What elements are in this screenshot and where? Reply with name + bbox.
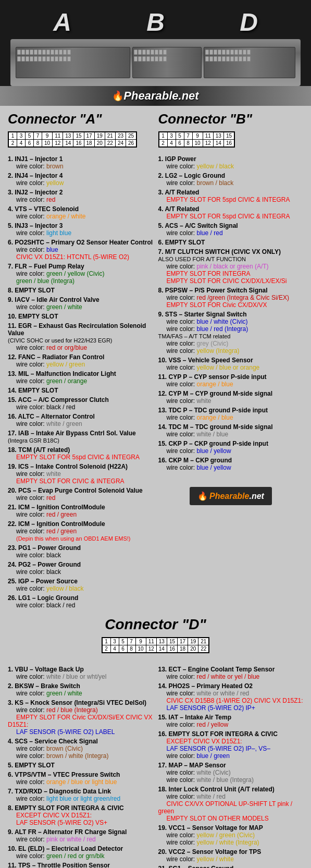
list-item: 9. STS – Starter Signal Switch wire colo…: [158, 311, 304, 354]
list-item: 6. EMPTY SLOT: [158, 239, 304, 246]
list-item: 7. M/T CLUTCH SWITCH (CIVIC VX ONLY) ALS…: [158, 248, 304, 285]
list-item: 5. INJ3 – Injector 3 wire color: light b…: [8, 222, 153, 237]
list-item: 20. PCS – Evap Purge Control Solenoid Va…: [8, 487, 153, 502]
list-item: 8. EMPTY SLOT: [8, 287, 153, 294]
list-item: 10. EMPTY SLOT: [8, 313, 153, 320]
ecu-connector-b: [132, 47, 202, 78]
list-item: 20. VCC2 – Sensor Voltage for TPS wire c…: [158, 848, 304, 863]
list-item: 3. INJ2 – Injector 2 wire color: red: [8, 189, 153, 203]
list-item: 10. EL (ELD) – Electrical Load Detector …: [8, 845, 153, 860]
list-item: 18. TCM (A/T related) EMPTY SLOT FOR 5sp…: [8, 446, 153, 461]
list-item: 5. ACS – A/C Switch Signal wire color: b…: [158, 222, 304, 237]
list-item: 4. SCS – Service Check Signal wire color…: [8, 738, 153, 760]
list-item: 17. IAB – Intake Air Bypass Cntrl Sol. V…: [8, 430, 153, 444]
ecu-connectors: [10, 43, 301, 82]
ecu-image: [10, 39, 301, 86]
list-item: 15. ACC – A/C Compressor Clutch wire col…: [8, 396, 153, 411]
label-b: B: [146, 8, 165, 36]
list-item: 1. VBU – Voltage Back Up wire color: whi…: [8, 666, 153, 680]
connector-d-pin-grid: 13579111315171921 246810121416182022: [8, 637, 303, 659]
list-item: 22. ICM – Ignition ControlModule wire co…: [8, 520, 153, 542]
connector-d-title: Connector "D": [8, 616, 303, 633]
list-item: 23. PG1 – Power Ground wire color: black: [8, 544, 153, 559]
list-item: 16. ALTC – Alternator Control wire color…: [8, 413, 153, 427]
connector-b-items: 1. IGP Power wire color: yellow / black …: [158, 155, 304, 505]
connector-b-pin-grid: 13579111315 246810121416: [158, 131, 235, 148]
connector-d-right: 13. ECT – Engine Coolant Temp Sensor wir…: [158, 666, 304, 868]
connectors-ab: Connector "A" 135791113151719212325 2468…: [8, 111, 303, 611]
list-item: 16. EMPTY SLOT FOR INTEGRA & CIVIC EXCEP…: [158, 730, 304, 760]
list-item: 21. ICM – Ignition ControlModule wire co…: [8, 504, 153, 518]
list-item: 8. PSPSW – P/S Power Switch Signal wire …: [158, 287, 304, 309]
list-item: 12. FANC – Radiator Fan Control wire col…: [8, 353, 153, 368]
list-item: 5. EMPTY SLOT: [8, 762, 153, 769]
list-item: 19. VCC1 – Sensor Voltage for MAP wire c…: [158, 824, 304, 846]
list-item: 14. EMPTY SLOT: [8, 387, 153, 394]
connector-a-section: Connector "A" 135791113151719212325 2468…: [8, 111, 153, 611]
connector-a-pin-grid: 135791113151719212325 246810121416182022…: [8, 131, 137, 148]
list-item: 11. EGR – Exhaust Gas Recirculation Sole…: [8, 322, 153, 351]
logo-bar: 🔥 Phearable.net: [0, 86, 311, 106]
main-content: Connector "A" 135791113151719212325 2468…: [0, 106, 311, 868]
connector-d-items: 1. VBU – Voltage Back Up wire color: whi…: [8, 666, 303, 868]
list-item: 19. ICS – Intake Control Solenoid (H22A)…: [8, 463, 153, 485]
list-item: 2. INJ4 – Injector 4 wire color: yellow: [8, 172, 153, 187]
list-item: 9. IACV – Idle Air Control Valve wire co…: [8, 296, 153, 311]
list-item: 4. VTS – VTEC Solenoid wire color: orang…: [8, 205, 153, 220]
connector-b-section: Connector "B" 13579111315 246810121416 1…: [158, 111, 304, 611]
logo-text: Phearable.net: [123, 89, 198, 103]
connector-labels: A B D: [0, 5, 311, 39]
list-item: 16. CKP M – CKP ground wire color: blue …: [158, 457, 304, 471]
list-item: 18. Inter Lock Control Unit (A/T related…: [158, 786, 304, 822]
list-item: 21. SG1 – Sensor Ground wire color: grn …: [158, 865, 304, 868]
list-item: 14. TDC M – TDC ground M-side signal wir…: [158, 423, 304, 438]
connector-a-items: 1. INJ1 – Injector 1 wire color: brown 2…: [8, 155, 153, 609]
list-item: 2. LG2 – Logic Ground wire color: brown …: [158, 172, 304, 187]
list-item: 25. IGP – Power Source wire color: yello…: [8, 578, 153, 592]
list-item: 12. CYP M – CYP ground M-side signal wir…: [158, 390, 304, 405]
connector-d-section: Connector "D" 13579111315171921 24681012…: [8, 616, 303, 868]
list-item: 17. MAP – MAP Sensor wire color: white (…: [158, 762, 304, 784]
list-item: 2. BKSW – Brake Switch wire color: green…: [8, 682, 153, 697]
label-d: D: [240, 8, 258, 36]
list-item: 13. MIL – Malfunction Indicator Light wi…: [8, 370, 153, 385]
list-item: 14. PHO2S – Primary Heated O2 wire color…: [158, 682, 304, 712]
connector-a-title: Connector "A": [8, 111, 153, 127]
list-item: 4. A/T Related EMPTY SLOT FOR 5spd CIVIC…: [158, 205, 304, 220]
connector-d-left: 1. VBU – Voltage Back Up wire color: whi…: [8, 666, 153, 868]
header: A B D: [0, 0, 311, 106]
list-item: 7. TXD/RXD – Diagnostic Data Link wire c…: [8, 788, 153, 802]
list-item: 15. IAT – Intake Air Temp wire color: re…: [158, 714, 304, 728]
list-item: 6. PO2SHTC – Primary O2 Sensor Heater Co…: [8, 239, 153, 261]
list-item: 1. INJ1 – Injector 1 wire color: brown: [8, 155, 153, 170]
list-item: 11. TPS – Throttle Position Sensor wire …: [8, 862, 153, 868]
list-item: 8. EMPTY SLOT FOR INTEGRA & CIVIC EXCEPT…: [8, 804, 153, 826]
list-item: 3. A/T Related EMPTY SLOT FOR 5spd CIVIC…: [158, 189, 304, 203]
label-a: A: [53, 8, 71, 36]
list-item: 11. CYP P – CYP sensor P-side input wire…: [158, 373, 304, 388]
list-item: 24. PG2 – Power Ground wire color: black: [8, 561, 153, 576]
ecu-connector-a: [16, 47, 130, 78]
ecu-connector-d: [204, 47, 295, 78]
list-item: 13. ECT – Engine Coolant Temp Sensor wir…: [158, 666, 304, 680]
list-item: 13. TDC P – TDC ground P-side input wire…: [158, 407, 304, 421]
list-item: 26. LG1 – Logic Ground wire color: black…: [8, 594, 153, 609]
list-item: 6. VTPS/VTM – VTEC Pressure Switch wire …: [8, 771, 153, 786]
list-item: 10. VSS – Vehicle Speed Sensor wire colo…: [158, 357, 304, 371]
list-item: 1. IGP Power wire color: yellow / black: [158, 155, 304, 170]
list-item: 9. ALT FR – Alternator FR Charge Signal …: [8, 828, 153, 843]
connector-b-title: Connector "B": [158, 111, 304, 127]
list-item: 7. FLR – Fuel Pump Relay wire color: gre…: [8, 263, 153, 285]
list-item: 15. CKP P – CKP ground P-side input wire…: [158, 440, 304, 455]
list-item: 3. KS – Knock Sensor (Integra/Si VTEC De…: [8, 699, 153, 736]
small-logo: 🔥 Phearable.net: [158, 487, 304, 505]
